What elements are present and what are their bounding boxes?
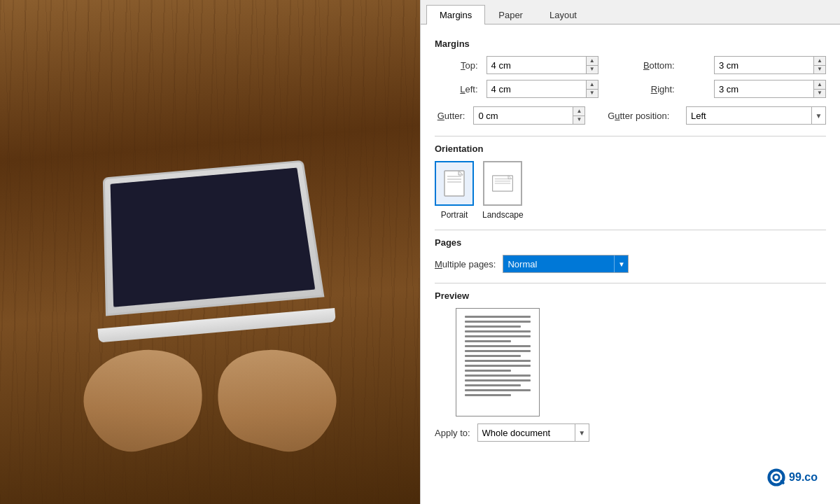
orientation-buttons: Portrait Landscape — [435, 161, 826, 220]
gutter-position-arrow: ▼ — [811, 107, 825, 124]
svg-point-10 — [774, 475, 778, 479]
orientation-section-label: Orientation — [435, 144, 826, 154]
preview-line-7 — [465, 345, 531, 347]
top-down-btn[interactable]: ▼ — [587, 66, 598, 74]
preview-line-8 — [465, 350, 531, 352]
tab-margins[interactable]: Margins — [426, 5, 485, 24]
preview-section-label: Preview — [435, 290, 826, 301]
right-label: Right: — [604, 84, 678, 94]
multiple-pages-select-wrap: Normal Mirror margins 2 pages per sheet … — [503, 255, 629, 273]
tab-layout[interactable]: Layout — [536, 5, 590, 24]
landscape-button[interactable]: Landscape — [482, 161, 524, 220]
preview-line-5 — [465, 335, 531, 337]
preview-box — [456, 308, 540, 416]
top-label: Top: — [435, 60, 481, 71]
multiple-pages-arrow: ▼ — [614, 255, 628, 272]
right-spinner: ▲ ▼ — [813, 80, 825, 97]
tab-paper[interactable]: Paper — [485, 5, 536, 24]
page-setup-dialog: Margins Paper Layout Margins Top: 4 cm ▲… — [420, 0, 840, 504]
gutter-input[interactable]: 0 cm — [474, 107, 573, 124]
tab-bar: Margins Paper Layout — [421, 0, 840, 24]
bottom-spinner: ▲ ▼ — [813, 57, 825, 74]
preview-line-12 — [465, 370, 511, 372]
apply-to-select[interactable]: Whole document This point forward Select… — [478, 424, 575, 441]
bottom-input-wrap: 3 cm ▲ ▼ — [714, 56, 826, 74]
apply-to-arrow: ▼ — [575, 424, 589, 441]
left-up-btn[interactable]: ▲ — [587, 80, 598, 90]
margins-grid: Top: 4 cm ▲ ▼ Bottom: 3 cm ▲ ▼ Left: — [435, 56, 826, 98]
gutter-spinner: ▲ ▼ — [573, 107, 584, 124]
multiple-pages-select[interactable]: Normal Mirror margins 2 pages per sheet … — [503, 255, 614, 272]
pages-section-label: Pages — [435, 237, 826, 248]
divider-1 — [435, 136, 826, 136]
top-input-wrap: 4 cm ▲ ▼ — [486, 56, 598, 74]
gutter-up-btn[interactable]: ▲ — [573, 107, 584, 116]
preview-line-6 — [465, 340, 511, 342]
top-input[interactable]: 4 cm — [487, 57, 586, 74]
divider-2 — [435, 230, 826, 230]
left-spinner: ▲ ▼ — [586, 80, 598, 97]
multiple-pages-label: Multiple pages: — [435, 259, 496, 270]
top-up-btn[interactable]: ▲ — [587, 57, 598, 66]
preview-line-3 — [465, 326, 521, 328]
dialog-content: Margins Top: 4 cm ▲ ▼ Bottom: 3 cm ▲ ▼ — [421, 24, 840, 504]
hand-left — [74, 336, 214, 461]
bottom-down-btn[interactable]: ▼ — [814, 66, 825, 74]
left-label: Left: — [435, 84, 481, 94]
photo-panel — [0, 0, 420, 504]
left-input[interactable]: 4 cm — [487, 80, 586, 97]
gutter-position-label: Gutter position: — [591, 111, 672, 121]
right-up-btn[interactable]: ▲ — [814, 80, 825, 90]
hand-right — [206, 336, 346, 461]
landscape-icon — [483, 161, 522, 206]
apply-to-select-wrap: Whole document This point forward Select… — [477, 424, 589, 442]
right-down-btn[interactable]: ▼ — [814, 90, 825, 98]
gutter-down-btn[interactable]: ▼ — [573, 116, 584, 125]
pages-section: Pages Multiple pages: Normal Mirror marg… — [435, 237, 826, 273]
bottom-up-btn[interactable]: ▲ — [814, 57, 825, 66]
brand-logo: 99.co — [766, 468, 818, 487]
preview-line-4 — [465, 330, 531, 332]
right-input-wrap: 3 cm ▲ ▼ — [714, 80, 826, 98]
portrait-svg — [443, 169, 465, 197]
laptop-screen-inner — [111, 168, 316, 307]
preview-line-17 — [465, 394, 511, 396]
portrait-label: Portrait — [441, 210, 468, 220]
preview-line-16 — [465, 389, 531, 391]
gutter-input-wrap: 0 cm ▲ ▼ — [473, 106, 585, 125]
portrait-icon — [435, 161, 474, 206]
preview-line-15 — [465, 384, 521, 386]
divider-3 — [435, 283, 826, 284]
preview-line-1 — [465, 316, 531, 318]
pages-row: Multiple pages: Normal Mirror margins 2 … — [435, 255, 826, 273]
laptop-screen — [103, 160, 325, 316]
gutter-row: Gutter: 0 cm ▲ ▼ Gutter position: Left T… — [435, 106, 826, 125]
bottom-label: Bottom: — [604, 60, 678, 71]
right-input[interactable]: 3 cm — [715, 80, 813, 97]
preview-section: Preview — [435, 290, 826, 416]
gutter-position-select[interactable]: Left Top — [687, 107, 811, 124]
hands-overlay — [70, 294, 350, 448]
left-down-btn[interactable]: ▼ — [587, 90, 598, 98]
apply-to-label: Apply to: — [435, 428, 470, 438]
top-spinner: ▲ ▼ — [586, 57, 598, 74]
preview-line-14 — [465, 379, 531, 382]
logo-text: 99.co — [789, 471, 818, 484]
preview-line-13 — [465, 374, 531, 377]
left-input-wrap: 4 cm ▲ ▼ — [486, 80, 598, 98]
preview-line-9 — [465, 355, 521, 357]
landscape-label: Landscape — [482, 210, 524, 220]
gutter-label: Gutter: — [435, 111, 468, 121]
landscape-svg — [491, 169, 514, 197]
apply-row: Apply to: Whole document This point forw… — [435, 424, 826, 442]
orientation-section: Orientation — [435, 144, 826, 220]
gutter-position-select-wrap: Left Top ▼ — [686, 106, 826, 125]
preview-line-2 — [465, 321, 531, 323]
preview-line-11 — [465, 365, 531, 367]
bottom-input[interactable]: 3 cm — [715, 57, 813, 74]
logo-icon — [766, 468, 786, 487]
preview-line-10 — [465, 360, 531, 362]
portrait-button[interactable]: Portrait — [435, 161, 474, 220]
margins-section-label: Margins — [435, 38, 826, 49]
